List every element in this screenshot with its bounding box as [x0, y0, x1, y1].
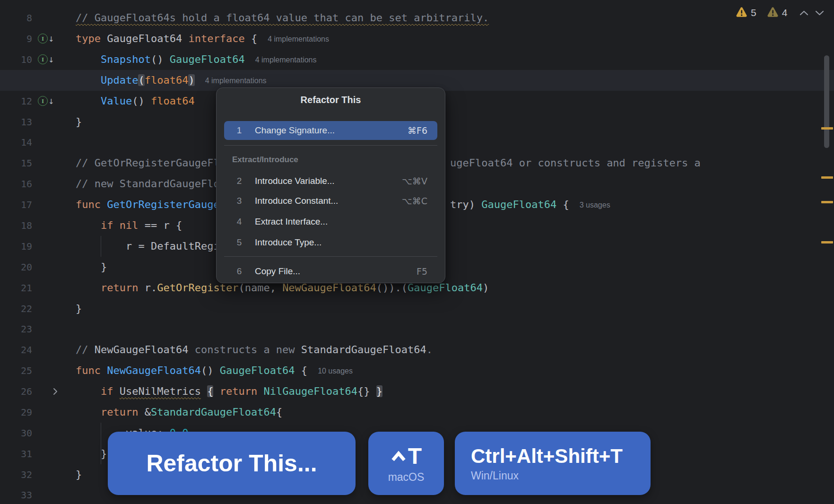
- code-token: &: [138, 406, 151, 418]
- code-segment: return &StandardGaugeFloat64{: [76, 402, 282, 423]
- menu-item-label: Extract Interface...: [255, 212, 328, 231]
- code-line-26: if UseNilMetrics { return NilGaugeFloat6…: [0, 381, 834, 402]
- menu-item-label: Introduce Constant...: [255, 191, 338, 210]
- code-segment: ugeFloat64 or constructs and registers a: [450, 153, 701, 174]
- menu-separator: [224, 256, 437, 257]
- code-token: (): [151, 53, 170, 65]
- menu-item-shortcut: ⌘F6: [408, 121, 427, 140]
- code-line-23: [0, 319, 834, 339]
- code-token: {: [295, 365, 308, 376]
- menu-item-mnemonic: 3: [235, 191, 244, 210]
- code-token: [213, 385, 219, 397]
- callout-keys-label: T: [391, 443, 422, 469]
- weak-warning-icon[interactable]: [767, 7, 779, 19]
- menu-item-mnemonic: 6: [235, 262, 244, 281]
- inlay-hint: 4 implementations: [205, 77, 267, 85]
- menu-item-extract-interface[interactable]: 4Extract Interface...: [224, 212, 437, 231]
- code-token: {: [276, 406, 282, 418]
- menu-item-introduce-constant[interactable]: 3Introduce Constant...⌥⌘C: [224, 191, 437, 210]
- previous-problem-button[interactable]: [798, 7, 810, 19]
- code-token: [76, 53, 101, 65]
- code-token: GaugeFloat64: [408, 282, 483, 294]
- menu-item-shortcut: F5: [417, 262, 427, 281]
- menu-item-mnemonic: 5: [235, 233, 244, 252]
- code-token: }: [376, 385, 382, 397]
- callout-keys-label: Refactor This...: [146, 450, 317, 477]
- code-token: [76, 74, 101, 86]
- code-segment: }: [76, 464, 82, 485]
- callout-platform-label: Win/Linux: [471, 469, 519, 482]
- menu-item-label: Change Signature...: [255, 121, 335, 140]
- code-token: NilGaugeFloat64: [263, 385, 357, 397]
- shortcut-callout-: Refactor This...: [108, 432, 356, 495]
- code-token: NewGaugeFloat64: [282, 282, 376, 294]
- code-line-9: type GaugeFloat64 interface {4 implement…: [0, 28, 834, 49]
- code-token: GaugeFloat64: [481, 199, 556, 210]
- code-segment: try) GaugeFloat64 {3 usages: [450, 194, 610, 215]
- code-segment: Snapshot() GaugeFloat644 implementations: [76, 49, 317, 70]
- code-segment: }: [76, 257, 107, 278]
- code-token: ): [188, 74, 194, 86]
- code-token: // GaugeFloat64s hold a float64 value th…: [76, 12, 489, 24]
- warning-stripe-mark[interactable]: [821, 241, 833, 243]
- code-token: StandardGaugeFloat64: [301, 344, 426, 356]
- menu-item-copy-file[interactable]: 6Copy File...F5: [224, 262, 437, 281]
- code-token: }: [76, 261, 107, 273]
- code-line-22: }: [0, 298, 834, 319]
- code-token: Value: [101, 95, 132, 107]
- editor-scrollbar-thumb[interactable]: [824, 55, 829, 148]
- code-token: }: [76, 448, 107, 460]
- code-token: [370, 385, 376, 397]
- menu-item-introduce-variable[interactable]: 2Introduce Variable...⌥⌘V: [224, 172, 437, 191]
- menu-item-shortcut: ⌥⌘V: [402, 172, 427, 191]
- code-token: ugeFloat64 or constructs and registers a: [450, 157, 701, 169]
- code-segment: if nil == r {: [76, 215, 182, 236]
- code-segment: // NewGaugeFloat64 constructs a new Stan…: [76, 339, 433, 360]
- inlay-hint: 10 usages: [318, 367, 353, 375]
- refactor-this-popup: Refactor This 1Change Signature...⌘F6Ext…: [216, 87, 445, 283]
- code-token: }: [76, 303, 82, 314]
- code-token: //: [76, 344, 95, 356]
- menu-item-change-signature[interactable]: 1Change Signature...⌘F6: [224, 121, 437, 140]
- menu-item-mnemonic: 4: [235, 212, 244, 231]
- code-token: {: [245, 33, 258, 44]
- callout-keys-label: Ctrl+Alt+Shift+T: [471, 445, 623, 468]
- code-line-24: // NewGaugeFloat64 constructs a new Stan…: [0, 339, 834, 360]
- next-problem-button[interactable]: [813, 7, 825, 19]
- code-token: GetOrRegister: [157, 282, 238, 294]
- code-token: {: [207, 385, 213, 397]
- warning-icon[interactable]: [736, 7, 747, 19]
- warning-stripe-mark[interactable]: [821, 127, 833, 130]
- menu-item-introduce-type[interactable]: 5Introduce Type...: [224, 233, 437, 252]
- menu-item-label: Introduce Type...: [255, 233, 321, 252]
- menu-item-mnemonic: 2: [235, 172, 244, 191]
- code-token: (): [132, 95, 151, 107]
- code-token: constructs a new: [188, 344, 301, 356]
- code-token: NewGaugeFloat64: [107, 365, 201, 376]
- code-token: Update: [101, 74, 138, 86]
- warning-stripe-mark[interactable]: [821, 176, 833, 179]
- code-token: (): [201, 365, 220, 376]
- code-line-25: func NewGaugeFloat64() GaugeFloat64 {10 …: [0, 360, 834, 381]
- code-token: {}: [357, 385, 370, 397]
- warning-count: 5: [751, 7, 756, 18]
- code-line-10: Snapshot() GaugeFloat644 implementations: [0, 49, 834, 70]
- warning-stripe-mark[interactable]: [821, 201, 833, 203]
- code-token: float64: [145, 74, 189, 86]
- menu-item-shortcut: ⌥⌘C: [402, 191, 427, 210]
- callout-keys-text: T: [408, 443, 422, 469]
- code-token: GaugeFloat64: [170, 53, 245, 65]
- code-token: r.: [138, 282, 157, 294]
- menu-section-header: Extract/Introduce: [232, 152, 298, 168]
- code-line-8: // GaugeFloat64s hold a float64 value th…: [0, 8, 834, 28]
- code-token: GaugeFloat64: [220, 365, 295, 376]
- menu-separator: [224, 145, 437, 146]
- code-token: if: [101, 219, 120, 231]
- shortcut-callout-winlinux: Ctrl+Alt+Shift+TWin/Linux: [455, 432, 651, 495]
- menu-item-label: Copy File...: [255, 262, 300, 281]
- shortcut-callout-macos: TmacOS: [368, 432, 444, 495]
- weak-warning-count: 4: [782, 7, 788, 18]
- code-token: [76, 95, 101, 107]
- code-token: ): [483, 282, 489, 294]
- code-segment: if UseNilMetrics { return NilGaugeFloat6…: [76, 381, 382, 402]
